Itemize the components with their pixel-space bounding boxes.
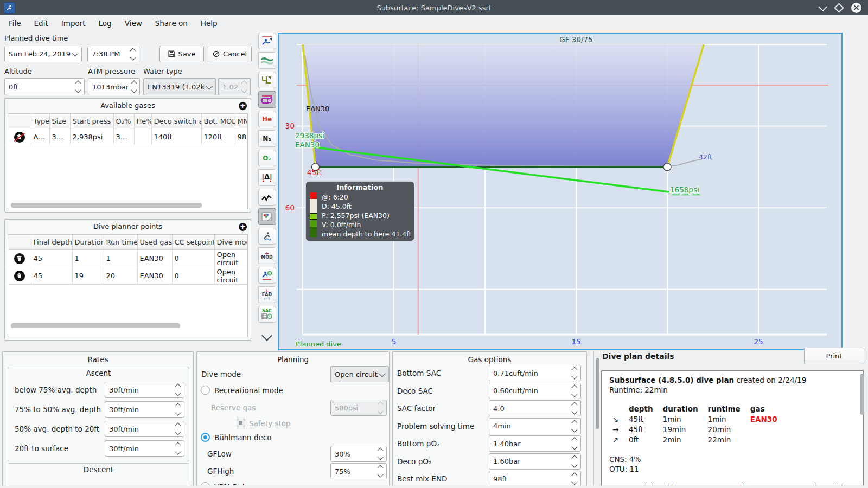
spin-up-icon[interactable]: [175, 422, 181, 428]
option-stepper[interactable]: 0.60cuft/min: [489, 383, 581, 399]
option-stepper[interactable]: 1.60bar: [489, 453, 581, 470]
option-stepper[interactable]: 30ft/min: [105, 382, 184, 398]
option-stepper[interactable]: 30ft/min: [105, 421, 184, 437]
menu-file[interactable]: File: [2, 17, 28, 30]
menu-edit[interactable]: Edit: [28, 17, 55, 30]
maximize-icon[interactable]: [834, 3, 844, 12]
table-cell[interactable]: 0: [172, 250, 214, 267]
option-stepper[interactable]: 30ft/min: [105, 401, 184, 418]
gases-hscrollbar[interactable]: [11, 203, 202, 208]
gfhigh-stepper[interactable]: 75%: [330, 463, 387, 479]
bottom-vscrollbar[interactable]: [596, 358, 599, 429]
spin-down-icon[interactable]: [571, 373, 577, 379]
profile-handle[interactable]: [663, 163, 671, 171]
table-cell[interactable]: 1: [104, 250, 137, 267]
table-cell[interactable]: 140ft: [151, 129, 201, 145]
spin-up-icon[interactable]: [571, 420, 577, 426]
spin-down-icon[interactable]: [175, 409, 181, 415]
spin-down-icon[interactable]: [377, 454, 383, 460]
points-hscrollbar[interactable]: [11, 323, 180, 328]
spin-up-icon[interactable]: [377, 447, 383, 453]
table-cell[interactable]: EAN30: [137, 267, 172, 285]
dive-planner-icon[interactable]: [258, 33, 276, 49]
spin-down-icon[interactable]: [130, 54, 136, 60]
table-cell[interactable]: 45: [31, 267, 72, 285]
oxygen-graph-icon[interactable]: O₂: [258, 150, 276, 166]
spin-up-icon[interactable]: [130, 48, 136, 54]
spin-down-icon[interactable]: [571, 426, 577, 432]
mod-icon[interactable]: + MOD: [258, 247, 276, 264]
spin-down-icon[interactable]: [175, 390, 181, 396]
dive-time-stepper[interactable]: 7:38 PM: [87, 46, 139, 62]
table-cell[interactable]: Open circuit: [214, 250, 248, 267]
table-cell[interactable]: Open circuit: [214, 267, 248, 285]
option-stepper[interactable]: 4.0: [489, 400, 581, 416]
setpoint-events-icon[interactable]: [258, 91, 276, 108]
table-cell[interactable]: 3…: [49, 129, 70, 145]
altitude-stepper[interactable]: 0ft: [4, 78, 85, 95]
buhlmann-deco-radio[interactable]: [201, 433, 210, 442]
dive-mode-select[interactable]: Open circuit: [330, 366, 389, 382]
recreational-mode-radio[interactable]: [201, 386, 210, 395]
spin-down-icon[interactable]: [571, 479, 577, 485]
dive-profile-chart[interactable]: 515253060GF 30/75EAN302938psiEAN3045ft42…: [278, 33, 843, 350]
add-point-button[interactable]: +: [239, 223, 247, 231]
partial-pressure-icon[interactable]: |Δ|: [258, 169, 276, 186]
gflow-stepper[interactable]: 30%: [330, 446, 387, 462]
table-cell[interactable]: 0: [172, 267, 214, 285]
delete-row-icon[interactable]: [14, 271, 25, 281]
plan-vscrollbar[interactable]: [860, 374, 864, 415]
spin-down-icon[interactable]: [131, 87, 137, 93]
spin-down-icon[interactable]: [175, 429, 181, 435]
dive-date-select[interactable]: Sun Feb 24, 2019: [4, 46, 82, 62]
waves-icon[interactable]: [258, 52, 276, 69]
spin-up-icon[interactable]: [571, 384, 577, 390]
spin-up-icon[interactable]: [571, 367, 577, 373]
table-cell[interactable]: A…: [31, 129, 49, 145]
ndl-diver-icon[interactable]: [258, 267, 276, 284]
table-cell[interactable]: 2,938psi: [70, 129, 113, 145]
table-cell[interactable]: 3…: [113, 129, 134, 145]
save-button[interactable]: Save: [159, 46, 204, 62]
option-stepper[interactable]: 30ft/min: [105, 440, 184, 457]
table-cell[interactable]: EAN30: [137, 250, 172, 267]
spin-down-icon[interactable]: [571, 391, 577, 397]
table-cell[interactable]: 20: [104, 267, 137, 285]
spin-up-icon[interactable]: [571, 402, 577, 408]
spin-up-icon[interactable]: [571, 472, 577, 478]
menu-share-on[interactable]: Share on: [149, 17, 194, 30]
photos-icon[interactable]: [258, 208, 276, 225]
spin-down-icon[interactable]: [571, 461, 577, 467]
menu-log[interactable]: Log: [92, 17, 118, 30]
spin-down-icon[interactable]: [75, 87, 81, 93]
atm-pressure-stepper[interactable]: 1013mbar: [88, 78, 140, 95]
ead-icon[interactable]: + EAD (···): [258, 286, 276, 303]
diver-icon[interactable]: [258, 228, 276, 245]
add-gas-button[interactable]: +: [239, 102, 247, 110]
table-cell[interactable]: [134, 129, 151, 145]
spin-down-icon[interactable]: [571, 444, 577, 450]
option-stepper[interactable]: 1.40bar: [489, 435, 581, 452]
helium-graph-icon[interactable]: He: [258, 111, 276, 127]
spin-up-icon[interactable]: [131, 80, 137, 86]
menu-help[interactable]: Help: [194, 17, 224, 30]
vpmb-deco-radio[interactable]: [201, 482, 210, 485]
option-stepper[interactable]: 4min: [489, 418, 581, 434]
spin-up-icon[interactable]: [571, 455, 577, 461]
spin-up-icon[interactable]: [377, 465, 383, 471]
close-icon[interactable]: [851, 3, 861, 13]
menu-import[interactable]: Import: [55, 17, 92, 30]
water-type-select[interactable]: EN13319 (1.02k: [143, 78, 216, 95]
table-cell[interactable]: 45: [31, 250, 72, 267]
spin-down-icon[interactable]: [571, 408, 577, 414]
profile-scaled-icon[interactable]: [258, 72, 276, 88]
spin-up-icon[interactable]: [175, 403, 181, 409]
print-button[interactable]: Print: [804, 348, 864, 364]
cancel-button[interactable]: Cancel: [208, 46, 252, 62]
toolbar-scroll-down[interactable]: [258, 325, 276, 342]
heartrate-icon[interactable]: [258, 189, 276, 206]
table-cell[interactable]: 19: [72, 267, 104, 285]
option-stepper[interactable]: 0.71cuft/min: [489, 365, 581, 381]
spin-down-icon[interactable]: [175, 448, 181, 454]
spin-up-icon[interactable]: [175, 383, 181, 389]
